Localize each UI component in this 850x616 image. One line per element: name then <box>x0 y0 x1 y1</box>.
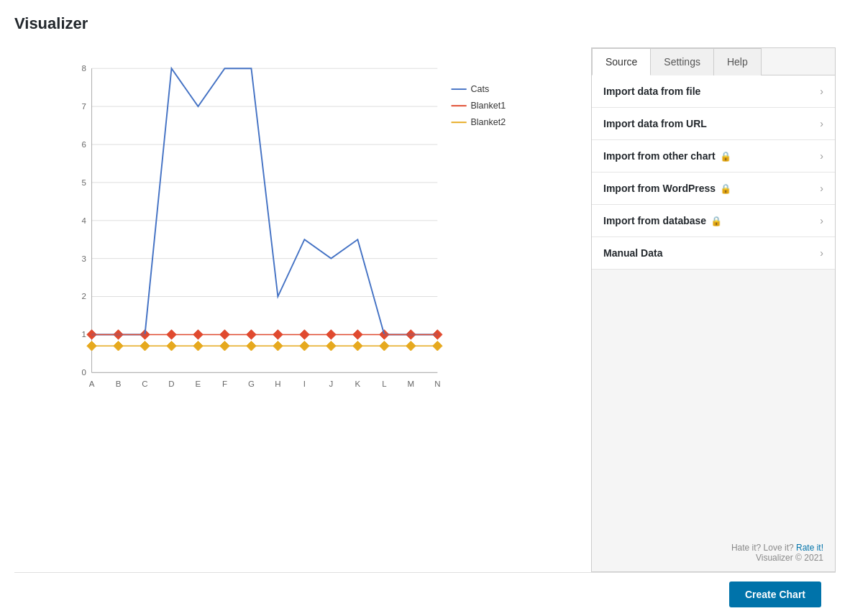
menu-item-import-wordpress[interactable]: Import from WordPress 🔒 › <box>592 173 835 205</box>
svg-text:Cats: Cats <box>470 84 489 94</box>
chart-svg: 012345678ABCDEFGHIJKLMNCatsBlanket1Blank… <box>22 55 577 414</box>
tab-source[interactable]: Source <box>592 48 651 75</box>
tabs-bar: Source Settings Help <box>592 48 835 75</box>
svg-text:C: C <box>142 380 147 388</box>
svg-text:8: 8 <box>81 64 86 73</box>
svg-text:H: H <box>275 380 280 388</box>
svg-text:1: 1 <box>81 330 86 339</box>
tab-help[interactable]: Help <box>714 48 762 75</box>
svg-text:3: 3 <box>81 254 86 263</box>
lock-icon-chart: 🔒 <box>720 151 731 162</box>
svg-text:D: D <box>168 380 174 388</box>
import-chart-label: Import from other chart <box>603 150 716 162</box>
svg-text:0: 0 <box>81 368 86 377</box>
import-url-label: Import data from URL <box>603 118 707 129</box>
chevron-right-icon-3: › <box>820 183 823 194</box>
manual-data-label: Manual Data <box>603 247 662 259</box>
menu-item-import-chart[interactable]: Import from other chart 🔒 › <box>592 140 835 173</box>
chevron-right-icon-5: › <box>820 247 823 259</box>
panel-footer: Hate it? Love it? Rate it! Visualizer © … <box>592 528 835 571</box>
import-wordpress-label: Import from WordPress <box>603 183 716 194</box>
chevron-right-icon-2: › <box>820 150 823 162</box>
svg-text:4: 4 <box>81 216 86 225</box>
svg-text:B: B <box>116 380 122 388</box>
menu-item-manual-data[interactable]: Manual Data › <box>592 237 835 269</box>
svg-text:N: N <box>434 380 440 388</box>
create-chart-button[interactable]: Create Chart <box>729 581 821 607</box>
svg-text:K: K <box>355 380 361 388</box>
footer-text: Hate it? Love it? <box>731 543 794 553</box>
page-title: Visualizer <box>14 14 836 33</box>
svg-text:A: A <box>89 380 95 388</box>
lock-icon-wordpress: 🔒 <box>720 183 731 194</box>
lock-icon-database: 🔒 <box>710 216 722 226</box>
svg-text:M: M <box>408 380 415 388</box>
rate-it-link[interactable]: Rate it! <box>796 543 823 553</box>
right-panel: Source Settings Help Import data from fi… <box>591 47 836 572</box>
chevron-right-icon-4: › <box>820 215 823 226</box>
svg-text:I: I <box>303 380 306 388</box>
bottom-bar: Create Chart <box>14 572 836 616</box>
menu-list: Import data from file › Import data from… <box>592 75 835 270</box>
svg-text:Blanket2: Blanket2 <box>470 117 506 127</box>
tab-settings[interactable]: Settings <box>651 48 714 75</box>
svg-text:G: G <box>248 380 255 388</box>
svg-text:6: 6 <box>81 140 86 149</box>
import-file-label: Import data from file <box>603 86 700 97</box>
menu-item-import-database[interactable]: Import from database 🔒 › <box>592 205 835 237</box>
svg-text:7: 7 <box>81 102 86 111</box>
svg-text:F: F <box>222 380 227 388</box>
chart-area: 012345678ABCDEFGHIJKLMNCatsBlanket1Blank… <box>14 47 591 572</box>
import-database-label: Import from database <box>603 215 706 226</box>
svg-text:L: L <box>382 380 387 388</box>
svg-text:5: 5 <box>81 178 86 187</box>
menu-item-import-url[interactable]: Import data from URL › <box>592 108 835 140</box>
chevron-right-icon-1: › <box>820 118 823 129</box>
svg-text:2: 2 <box>81 292 86 300</box>
chevron-right-icon-0: › <box>820 86 823 97</box>
svg-text:E: E <box>196 380 201 388</box>
copyright-text: Visualizer © 2021 <box>603 553 823 563</box>
menu-item-import-file[interactable]: Import data from file › <box>592 75 835 108</box>
svg-text:J: J <box>329 380 333 388</box>
svg-text:Blanket1: Blanket1 <box>470 101 506 111</box>
